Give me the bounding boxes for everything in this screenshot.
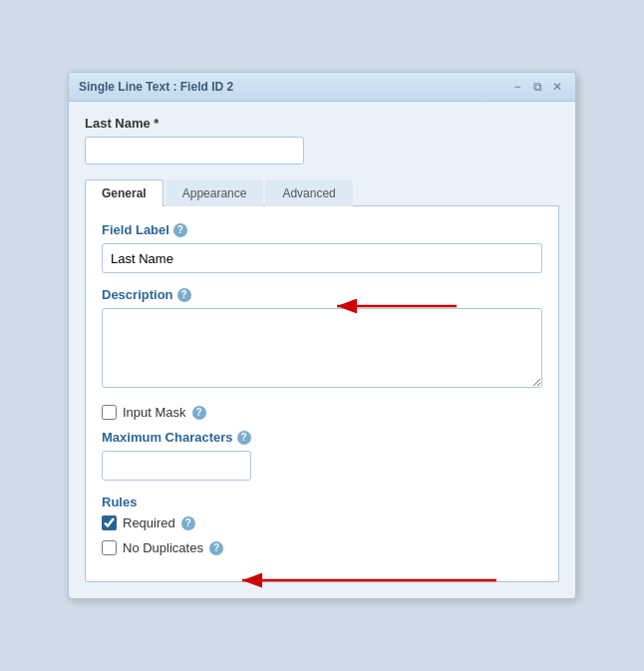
tabs-container: General Appearance Advanced [85,178,559,206]
description-section: Description ? [102,287,542,302]
tab-content-general: Field Label ? Description ? Input Mask ? [85,206,559,582]
rules-section: Rules [102,495,542,509]
max-chars-help-icon[interactable]: ? [237,431,251,445]
required-checkbox[interactable] [102,515,117,530]
field-editor-dialog: Single Line Text : Field ID 2 − ⧉ ✕ Last… [68,72,576,599]
field-label-help-icon[interactable]: ? [173,223,187,237]
tab-general[interactable]: General [85,179,163,206]
input-mask-checkbox[interactable] [102,405,117,420]
dialog-title: Single Line Text : Field ID 2 [79,80,233,94]
description-help-icon[interactable]: ? [177,288,191,302]
no-duplicates-row: No Duplicates ? [102,540,542,555]
field-label-section: Field Label ? [102,222,542,237]
tab-appearance[interactable]: Appearance [165,179,264,206]
no-duplicates-help-icon[interactable]: ? [209,541,223,555]
close-button[interactable]: ✕ [549,79,565,95]
field-label-input[interactable] [102,243,542,273]
required-row: Required ? [102,515,542,530]
dialog-wrapper: Single Line Text : Field ID 2 − ⧉ ✕ Last… [68,72,576,599]
dialog-titlebar: Single Line Text : Field ID 2 − ⧉ ✕ [69,73,575,102]
preview-input [85,137,304,165]
max-chars-input[interactable] [102,451,251,481]
titlebar-controls: − ⧉ ✕ [509,79,565,95]
minimize-button[interactable]: − [509,79,525,95]
copy-button[interactable]: ⧉ [529,79,545,95]
no-duplicates-checkbox[interactable] [102,540,117,555]
dialog-body: Last Name * General Appearance Advanced … [69,102,575,598]
description-input[interactable] [102,308,542,388]
required-help-icon[interactable]: ? [181,516,195,530]
tab-advanced[interactable]: Advanced [265,179,352,206]
preview-label: Last Name * [85,116,559,131]
input-mask-row: Input Mask ? [102,405,542,420]
input-mask-help-icon[interactable]: ? [192,406,206,420]
max-chars-section: Maximum Characters ? [102,430,542,445]
